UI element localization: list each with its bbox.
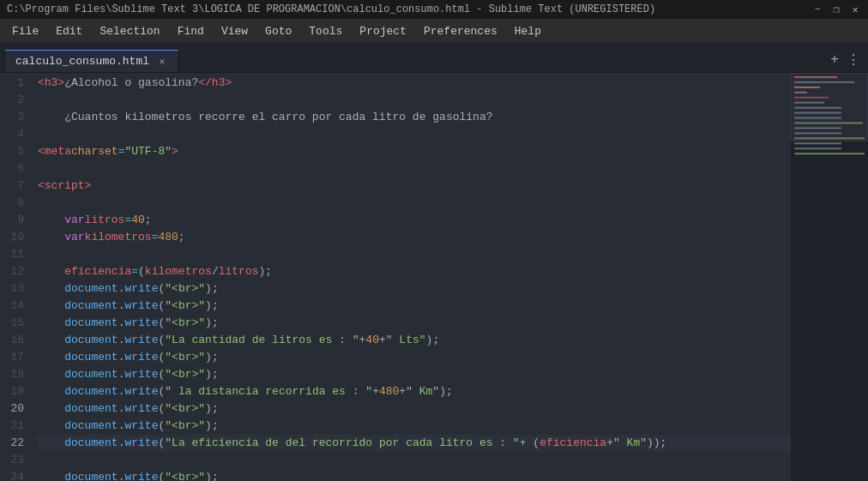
line-num-1: 1 bbox=[7, 75, 24, 92]
menu-help[interactable]: Help bbox=[506, 21, 550, 41]
tab-bar: calculo_consumo.html ✕ + ⋮ bbox=[0, 43, 868, 73]
code-line-18: document. write ("<br>"); bbox=[38, 366, 791, 383]
code-line-13: document. write ("<br>"); bbox=[38, 280, 791, 298]
line-num-4: 4 bbox=[7, 126, 24, 143]
svg-rect-13 bbox=[794, 142, 841, 144]
code-line-1: <h3>¿Alcohol o gasolina?</h3> bbox=[38, 75, 791, 92]
line-num-23: 23 bbox=[7, 452, 24, 469]
svg-rect-15 bbox=[794, 153, 865, 154]
tab-calculo-consumo[interactable]: calculo_consumo.html ✕ bbox=[4, 50, 179, 72]
menu-bar: File Edit Selection Find View Goto Tools… bbox=[0, 19, 868, 43]
line-num-20: 20 bbox=[7, 400, 24, 418]
line-num-5: 5 bbox=[7, 143, 24, 160]
code-line-2 bbox=[38, 92, 791, 109]
title-bar-controls: − ❐ ✕ bbox=[811, 3, 861, 15]
code-line-22: document.write ("La eficiencia de del re… bbox=[38, 435, 791, 452]
code-line-23 bbox=[38, 452, 791, 469]
title-bar-title: C:\Program Files\Sublime Text 3\LOGICA D… bbox=[7, 3, 655, 15]
title-bar: C:\Program Files\Sublime Text 3\LOGICA D… bbox=[0, 0, 868, 19]
code-line-11 bbox=[38, 246, 791, 263]
menu-view[interactable]: View bbox=[213, 21, 256, 41]
code-line-19: document.write(" la distancia recorrida … bbox=[38, 383, 791, 400]
new-tab-button[interactable]: + bbox=[827, 52, 842, 68]
line-num-13: 13 bbox=[7, 280, 24, 298]
code-line-6 bbox=[38, 160, 791, 177]
tab-close-button[interactable]: ✕ bbox=[156, 56, 168, 68]
line-num-12: 12 bbox=[7, 263, 24, 280]
menu-goto[interactable]: Goto bbox=[256, 21, 300, 41]
line-num-22: 22 bbox=[7, 435, 24, 452]
code-line-10: var kilometros = 480; bbox=[38, 229, 791, 246]
line-num-2: 2 bbox=[7, 92, 24, 109]
code-line-9: var litros = 40; bbox=[38, 212, 791, 229]
line-num-7: 7 bbox=[7, 177, 24, 195]
code-line-20: document. write ("<br>"); bbox=[38, 400, 791, 418]
line-num-19: 19 bbox=[7, 383, 24, 400]
tab-label: calculo_consumo.html bbox=[15, 55, 149, 68]
line-num-8: 8 bbox=[7, 195, 24, 212]
line-num-21: 21 bbox=[7, 418, 24, 435]
editor: 1 2 3 4 5 6 7 8 9 10 11 12 13 14 15 16 1… bbox=[0, 73, 868, 481]
minimap-viewport bbox=[791, 73, 868, 141]
line-num-3: 3 bbox=[7, 109, 24, 126]
line-num-17: 17 bbox=[7, 349, 24, 366]
svg-rect-14 bbox=[794, 147, 841, 149]
line-num-16: 16 bbox=[7, 332, 24, 349]
minimap[interactable] bbox=[791, 73, 868, 481]
line-num-14: 14 bbox=[7, 298, 24, 315]
code-line-16: document. write ("La cantidad de litros … bbox=[38, 332, 791, 349]
code-line-24: document. write ("<br>"); bbox=[38, 469, 791, 481]
code-line-21: document. write ("<br>"); bbox=[38, 418, 791, 435]
line-num-11: 11 bbox=[7, 246, 24, 263]
menu-project[interactable]: Project bbox=[351, 21, 415, 41]
code-line-17: document. write ("<br>"); bbox=[38, 349, 791, 366]
line-num-15: 15 bbox=[7, 315, 24, 332]
code-line-4 bbox=[38, 126, 791, 143]
menu-file[interactable]: File bbox=[3, 21, 47, 41]
code-area[interactable]: <h3>¿Alcohol o gasolina?</h3> ¿Cuantos k… bbox=[34, 73, 791, 481]
menu-preferences[interactable]: Preferences bbox=[415, 21, 506, 41]
code-line-14: document. write ("<br>"); bbox=[38, 298, 791, 315]
tab-bar-actions: + ⋮ bbox=[827, 52, 861, 68]
line-num-24: 24 bbox=[7, 469, 24, 481]
line-num-18: 18 bbox=[7, 366, 24, 383]
menu-tools[interactable]: Tools bbox=[300, 21, 351, 41]
minimize-button[interactable]: − bbox=[811, 3, 823, 15]
code-line-7: <script> bbox=[38, 177, 791, 195]
code-line-15: document. write ("<br>"); bbox=[38, 315, 791, 332]
line-numbers: 1 2 3 4 5 6 7 8 9 10 11 12 13 14 15 16 1… bbox=[0, 73, 34, 481]
menu-edit[interactable]: Edit bbox=[47, 21, 91, 41]
code-line-3: ¿Cuantos kilometros recorre el carro por… bbox=[38, 109, 791, 126]
line-num-6: 6 bbox=[7, 160, 24, 177]
menu-find[interactable]: Find bbox=[169, 21, 213, 41]
tab-list-button[interactable]: ⋮ bbox=[846, 52, 861, 68]
code-line-12: eficiencia = (kilometros/litros); bbox=[38, 263, 791, 280]
line-num-9: 9 bbox=[7, 212, 24, 229]
code-line-5: <meta charset = "UTF-8"> bbox=[38, 143, 791, 160]
line-num-10: 10 bbox=[7, 229, 24, 246]
code-line-8 bbox=[38, 195, 791, 212]
close-button[interactable]: ✕ bbox=[849, 3, 861, 15]
restore-button[interactable]: ❐ bbox=[830, 3, 842, 15]
menu-selection[interactable]: Selection bbox=[91, 21, 168, 41]
